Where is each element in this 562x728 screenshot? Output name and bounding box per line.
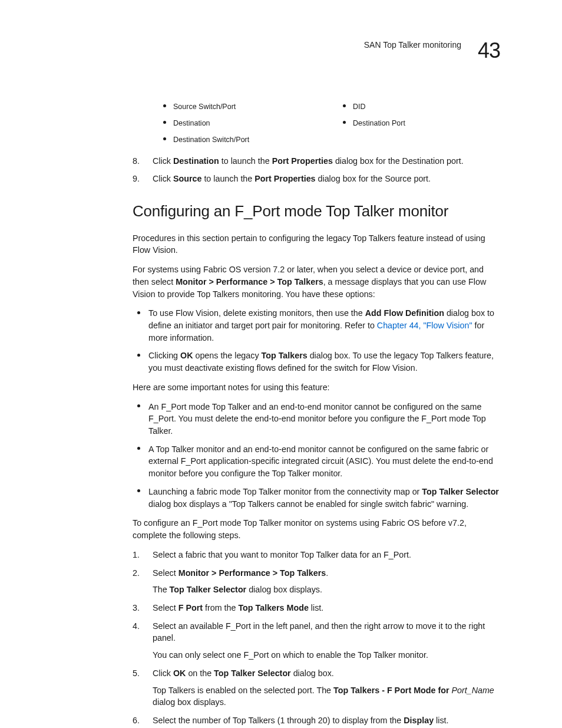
top-list-left-label: Source Switch/Port bbox=[173, 101, 236, 112]
bold-text: Port Properties bbox=[254, 174, 315, 183]
step-line: You can only select one F_Port on which … bbox=[153, 649, 500, 661]
top-list-right-label: Destination Port bbox=[353, 118, 405, 129]
note-item: An F_Port mode Top Talker and an end-to-… bbox=[133, 401, 500, 437]
top-list-left-item: Destination bbox=[163, 118, 319, 129]
bullet-icon bbox=[137, 447, 140, 450]
bold-text: OK bbox=[180, 351, 193, 360]
option-text: Clicking OK opens the legacy Top Talkers… bbox=[148, 350, 500, 374]
intro-paragraph-1: Procedures in this section pertain to co… bbox=[133, 232, 500, 256]
bullet-icon bbox=[163, 137, 166, 140]
bold-text: Monitor > Performance > Top Talkers bbox=[178, 568, 326, 578]
step-line: Top Talkers is enabled on the selected p… bbox=[153, 684, 500, 709]
top-list-left-item: Source Switch/Port bbox=[163, 101, 319, 112]
bullet-icon bbox=[163, 121, 166, 124]
cross-reference-link[interactable]: Chapter 44, "Flow Vision" bbox=[377, 321, 472, 330]
top-list-right-item: DID bbox=[343, 101, 405, 112]
note-item: Launching a fabric mode Top Talker monit… bbox=[133, 486, 500, 510]
step-item: 3.Select F Port from the Top Talkers Mod… bbox=[133, 602, 500, 614]
top-list-right-item: Destination Port bbox=[343, 118, 405, 129]
step-body: Click OK on the Top Talker Selector dial… bbox=[153, 667, 500, 709]
step-number: 5. bbox=[133, 667, 146, 709]
bold-text: Top Talkers - F Port Mode for bbox=[333, 686, 451, 695]
intro-paragraph-2: For systems using Fabric OS version 7.2 … bbox=[133, 263, 500, 300]
steps-8-9: 8.Click Destination to launch the Port P… bbox=[133, 155, 500, 185]
step-line: Select Monitor > Performance > Top Talke… bbox=[153, 567, 500, 579]
step-number: 6. bbox=[133, 714, 146, 727]
step-number: 9. bbox=[133, 173, 146, 185]
step-item: 5.Click OK on the Top Talker Selector di… bbox=[133, 667, 500, 709]
pre-steps-paragraph: To configure an F_Port mode Top Talker m… bbox=[133, 517, 500, 541]
bullet-icon bbox=[137, 404, 140, 407]
top-list-left-label: Destination bbox=[173, 118, 210, 129]
step-body: Select an available F_Port in the left p… bbox=[153, 620, 500, 661]
bold-text: Add Flow Definition bbox=[365, 308, 444, 318]
note-text: Launching a fabric mode Top Talker monit… bbox=[148, 486, 500, 510]
page: SAN Top Talker monitoring 43 Source Swit… bbox=[0, 0, 562, 728]
step-body: Click Source to launch the Port Properti… bbox=[153, 173, 500, 185]
bold-text: Source bbox=[173, 174, 201, 183]
option-item: To use Flow Vision, delete existing moni… bbox=[133, 307, 500, 344]
bullet-icon bbox=[163, 104, 166, 107]
step-body: Click Destination to launch the Port Pro… bbox=[153, 155, 500, 167]
bold-text: Top Talker Selector bbox=[170, 585, 247, 594]
step-body: Select F Port from the Top Talkers Mode … bbox=[153, 602, 500, 614]
top-list-left-label: Destination Switch/Port bbox=[173, 134, 249, 145]
step-line: Select the number of Top Talkers (1 thro… bbox=[153, 714, 500, 727]
note-item: A Top Talker monitor and an end-to-end m… bbox=[133, 443, 500, 480]
step-number: 8. bbox=[133, 155, 146, 167]
step-line: Click OK on the Top Talker Selector dial… bbox=[153, 667, 500, 680]
note-text: An F_Port mode Top Talker and an end-to-… bbox=[148, 401, 500, 437]
step-line: Select F Port from the Top Talkers Mode … bbox=[153, 602, 500, 614]
step-line: Select a fabric that you want to monitor… bbox=[153, 549, 500, 561]
step-number: 2. bbox=[133, 567, 146, 596]
option-text: To use Flow Vision, delete existing moni… bbox=[148, 307, 500, 344]
top-list-left: Source Switch/PortDestinationDestination… bbox=[163, 101, 319, 151]
step-line: Select an available F_Port in the left p… bbox=[153, 620, 500, 644]
top-list-right: DIDDestination Port bbox=[343, 101, 405, 151]
step-item: 2.Select Monitor > Performance > Top Tal… bbox=[133, 567, 500, 596]
bullet-icon bbox=[137, 489, 140, 492]
step-number: 4. bbox=[133, 620, 146, 661]
top-list-left-item: Destination Switch/Port bbox=[163, 134, 319, 145]
header-section-title: SAN Top Talker monitoring bbox=[364, 35, 461, 51]
options-list: To use Flow Vision, delete existing moni… bbox=[133, 307, 500, 374]
bold-text: Top Talkers Mode bbox=[238, 603, 308, 612]
step-item: 9.Click Source to launch the Port Proper… bbox=[133, 173, 500, 185]
option-item: Clicking OK opens the legacy Top Talkers… bbox=[133, 350, 500, 374]
top-list-right-label: DID bbox=[353, 101, 366, 112]
top-list-columns: Source Switch/PortDestinationDestination… bbox=[163, 101, 500, 151]
main-steps: 1.Select a fabric that you want to monit… bbox=[133, 549, 500, 727]
step-item: 8.Click Destination to launch the Port P… bbox=[133, 155, 500, 167]
bold-text: Monitor > Performance > Top Talkers bbox=[176, 277, 323, 286]
italic-text: Port_Name bbox=[452, 686, 494, 695]
bold-text: Display bbox=[404, 716, 434, 725]
step-number: 1. bbox=[133, 549, 146, 561]
step-number: 3. bbox=[133, 602, 146, 614]
notes-list: An F_Port mode Top Talker and an end-to-… bbox=[133, 401, 500, 510]
bold-text: F Port bbox=[178, 603, 203, 612]
bold-text: OK bbox=[173, 668, 186, 678]
step-body: Select a fabric that you want to monitor… bbox=[153, 549, 500, 561]
step-item: 1.Select a fabric that you want to monit… bbox=[133, 549, 500, 561]
step-body: Select Monitor > Performance > Top Talke… bbox=[153, 567, 500, 596]
bold-text: Top Talkers bbox=[262, 351, 308, 360]
step-item: 6.Select the number of Top Talkers (1 th… bbox=[133, 714, 500, 727]
bullet-icon bbox=[343, 121, 346, 124]
bullet-icon bbox=[343, 104, 346, 107]
bold-text: Port Properties bbox=[272, 156, 333, 166]
chapter-number: 43 bbox=[478, 35, 500, 66]
step-body: Select the number of Top Talkers (1 thro… bbox=[153, 714, 500, 727]
bullet-icon bbox=[137, 311, 140, 314]
bold-text: Top Talker Selector bbox=[422, 487, 499, 496]
bullet-icon bbox=[137, 354, 140, 357]
bold-text: Destination bbox=[173, 156, 219, 166]
content-area: Source Switch/PortDestinationDestination… bbox=[133, 101, 500, 727]
bold-text: Top Talker Selector bbox=[214, 668, 291, 678]
page-header: SAN Top Talker monitoring 43 bbox=[62, 35, 500, 66]
note-text: A Top Talker monitor and an end-to-end m… bbox=[148, 443, 500, 480]
step-item: 4.Select an available F_Port in the left… bbox=[133, 620, 500, 661]
step-line: The Top Talker Selector dialog box displ… bbox=[153, 584, 500, 596]
notes-intro: Here are some important notes for using … bbox=[133, 381, 500, 394]
section-heading: Configuring an F_Port mode Top Talker mo… bbox=[133, 200, 500, 223]
